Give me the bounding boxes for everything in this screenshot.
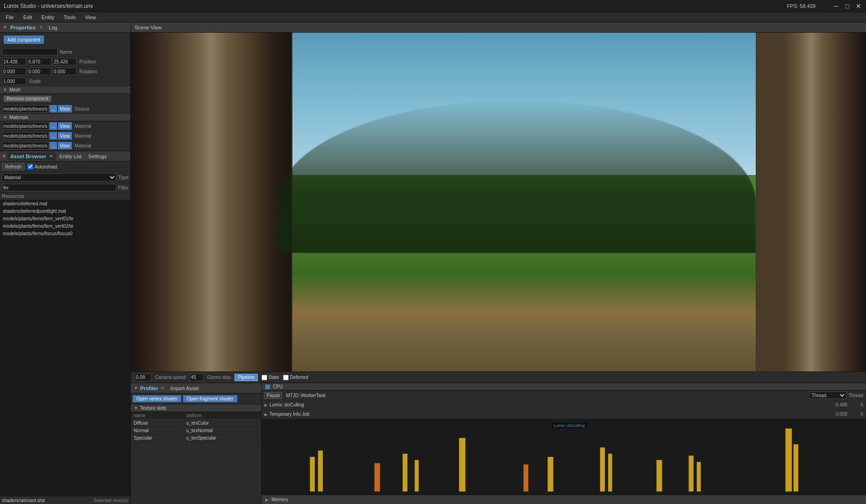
svg-rect-3: [403, 454, 407, 491]
main-layout: ▼ Properties ✕ Log Add component Name Po…: [0, 22, 866, 504]
menu-view[interactable]: View: [83, 14, 98, 21]
filter-input[interactable]: [2, 184, 116, 191]
material-view-2[interactable]: View: [58, 142, 72, 149]
profiler-left-collapse[interactable]: ▼: [134, 385, 138, 391]
profiler-left-close[interactable]: ✕: [161, 385, 164, 391]
resource-item-1[interactable]: shaders/deferredpointlight.mat: [0, 208, 130, 215]
resource-item-4[interactable]: models/plants/ferns/fiscus/fiscus0: [0, 230, 130, 238]
texture-row-2: Specular u_texSpecular: [131, 434, 261, 442]
profiler-row-1-arrow[interactable]: ▶: [264, 412, 268, 417]
tab-entity-list[interactable]: Entity List: [57, 153, 85, 160]
properties-log-tab[interactable]: Log: [49, 25, 57, 30]
source-dots-button[interactable]: ...: [50, 105, 57, 112]
remove-component-button[interactable]: Remove component: [4, 96, 51, 102]
menu-file[interactable]: File: [4, 14, 16, 21]
resources-header: Resources: [0, 193, 130, 200]
camera-value-input[interactable]: [135, 374, 151, 381]
import-asset-btn[interactable]: Import Asset: [170, 385, 199, 391]
bottom-left-section: ▼ Profiler ✕ Import Asset Open vertex sh…: [131, 383, 262, 504]
asset-toolbar: Refresh Autoreload: [0, 161, 130, 172]
name-input[interactable]: [2, 48, 58, 56]
rotation-z-input[interactable]: [52, 68, 77, 75]
source-path-input[interactable]: [2, 105, 49, 112]
texture-table: name uniform Diffuse u_texColor Normal u…: [131, 412, 261, 442]
refresh-button[interactable]: Refresh: [2, 163, 25, 170]
fps-display: FPS: 58.439: [787, 3, 816, 9]
cpu-indicator: [265, 385, 270, 389]
position-y-input[interactable]: [27, 58, 51, 65]
materials-title: Materials: [9, 115, 28, 120]
name-label: Name: [60, 49, 72, 55]
pause-button[interactable]: Pause: [264, 392, 282, 399]
material-path-0[interactable]: [2, 122, 49, 130]
memory-collapse-arrow[interactable]: ▶: [265, 497, 269, 502]
profiler-rows: ▶ Lumix::doCulling 0.488 5 ▶ Temporary I…: [262, 400, 866, 419]
rotation-y-input[interactable]: [27, 68, 51, 75]
scale-input[interactable]: [2, 77, 26, 85]
source-view-button[interactable]: View: [58, 105, 72, 112]
menu-entity[interactable]: Entity: [40, 14, 57, 21]
properties-collapse-arrow[interactable]: ▼: [3, 25, 7, 30]
asset-browser-collapse[interactable]: ▼: [2, 154, 7, 159]
materials-collapse-arrow[interactable]: ▼: [3, 115, 7, 120]
material-row-0: ... View Material: [0, 121, 130, 131]
stats-checkbox[interactable]: [262, 375, 267, 380]
tab-settings[interactable]: Settings: [85, 153, 110, 160]
properties-close-btn[interactable]: ✕: [39, 25, 43, 30]
scene-toolbar: Camera speed Gizmo step Pipeline Stats D…: [131, 371, 866, 383]
cpu-label: CPU: [273, 384, 283, 389]
texture-uniform-0: u_texColor: [184, 420, 261, 427]
cpu-section-header: CPU: [262, 383, 866, 391]
profiler-row-0-num: 5: [849, 402, 863, 407]
right-panel: Scene View: [131, 22, 866, 504]
material-view-1[interactable]: View: [58, 132, 72, 140]
resource-item-2[interactable]: models/plants/ferns/fern_vert01/fe: [0, 215, 130, 223]
material-dots-0[interactable]: ...: [50, 122, 57, 130]
pipeline-button[interactable]: Pipeline: [234, 374, 258, 381]
rotation-x-input[interactable]: [2, 68, 26, 75]
add-component-button[interactable]: Add component: [4, 35, 44, 44]
texture-collapse[interactable]: ▼: [134, 406, 138, 411]
materials-section-header: ▼ Materials: [0, 114, 130, 121]
asset-browser-close[interactable]: ✕: [49, 154, 53, 159]
properties-panel: ▼ Properties ✕ Log Add component Name Po…: [0, 22, 130, 151]
open-fragment-shader-button[interactable]: Open fragment shader: [183, 395, 237, 402]
deferred-checkbox[interactable]: [283, 375, 289, 380]
position-z-input[interactable]: [52, 58, 77, 65]
resource-item-0[interactable]: shaders/deferred.mat: [0, 200, 130, 208]
resource-item-3[interactable]: models/plants/ferns/fern_vert02/te: [0, 223, 130, 230]
material-path-1[interactable]: [2, 132, 49, 140]
thread-select[interactable]: Thread: [809, 392, 846, 399]
deferred-label: Deferred: [283, 375, 308, 380]
autoreload-checkbox[interactable]: [28, 164, 33, 169]
menu-tools[interactable]: Tools: [62, 14, 78, 21]
position-x-input[interactable]: [2, 58, 26, 65]
shader-buttons: Open vertex shader Open fragment shader: [131, 393, 261, 405]
scene-canvas[interactable]: [131, 33, 866, 371]
shader-panel-header: ▼ Profiler ✕ Import Asset: [131, 383, 261, 393]
menu-edit[interactable]: Edit: [21, 14, 34, 21]
maximize-button[interactable]: □: [844, 2, 851, 10]
profiler-row-0-val: 0.488: [819, 402, 847, 407]
tab-asset-browser[interactable]: Asset Browser ✕: [7, 153, 56, 160]
scale-row: Scale: [0, 77, 130, 86]
mesh-title: Mesh: [9, 87, 21, 92]
name-row: Name: [0, 47, 130, 57]
close-button[interactable]: ✕: [855, 2, 862, 10]
texture-name-header: name: [131, 412, 184, 420]
svg-rect-2: [375, 463, 380, 492]
profiler-row-0-arrow[interactable]: ▶: [264, 403, 268, 407]
material-dots-1[interactable]: ...: [50, 132, 57, 140]
material-path-2[interactable]: [2, 142, 49, 149]
camera-speed-input[interactable]: [190, 374, 204, 381]
minimize-button[interactable]: ─: [832, 2, 840, 10]
type-select[interactable]: Material: [2, 173, 116, 182]
mesh-collapse-arrow[interactable]: ▼: [3, 87, 7, 92]
material-row-2: ... View Material: [0, 141, 130, 151]
svg-rect-13: [785, 428, 792, 491]
material-dots-2[interactable]: ...: [50, 142, 57, 149]
material-view-0[interactable]: View: [58, 122, 72, 130]
open-vertex-shader-button[interactable]: Open vertex shader: [133, 395, 181, 402]
svg-rect-0: [310, 457, 315, 491]
position-label: Position: [79, 59, 96, 64]
